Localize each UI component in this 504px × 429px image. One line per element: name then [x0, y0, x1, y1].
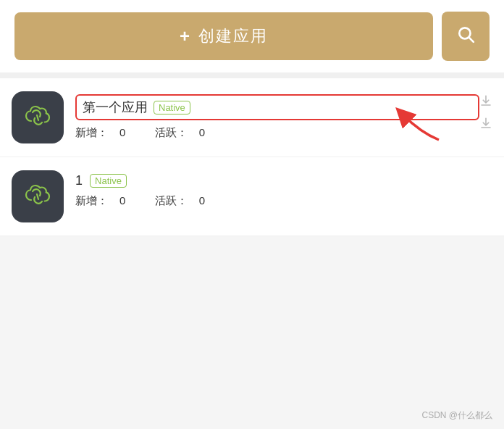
app-list: 第一个应用 Native 新增： 0 活跃： 0: [0, 78, 504, 236]
native-badge-2: Native: [90, 174, 127, 188]
svg-line-1: [469, 38, 474, 42]
toolbar: + 创建应用: [0, 0, 504, 72]
download-icon-1[interactable]: [479, 94, 492, 111]
svg-line-6: [37, 194, 38, 199]
app-item-1[interactable]: 第一个应用 Native 新增： 0 活跃： 0: [0, 78, 504, 157]
new-label-2: 新增：: [75, 194, 108, 208]
active-label-1: 活跃：: [155, 126, 188, 140]
active-label-2: 活跃：: [155, 194, 188, 208]
create-app-button[interactable]: + 创建应用: [14, 12, 433, 60]
app-info-1: 第一个应用 Native 新增： 0 活跃： 0: [75, 91, 479, 140]
app-name-row-2: 1 Native: [75, 173, 492, 188]
app-info-2: 1 Native 新增： 0 活跃： 0: [75, 170, 492, 208]
native-badge-1: Native: [154, 101, 190, 114]
action-icons-1: [479, 91, 492, 133]
app-name-2: 1: [75, 173, 83, 188]
active-value-1: 0: [199, 126, 205, 140]
active-value-2: 0: [199, 194, 205, 208]
app-icon-2: [12, 170, 64, 222]
watermark: CSDN @什么都么: [421, 409, 492, 422]
search-icon: [456, 25, 475, 48]
new-value-1: 0: [119, 126, 125, 140]
create-app-label: 创建应用: [198, 25, 268, 47]
new-value-2: 0: [119, 194, 125, 208]
divider: [0, 72, 504, 78]
app-name-row-1: 第一个应用 Native: [75, 94, 479, 120]
app-stats-1: 新增： 0 活跃： 0: [75, 126, 479, 140]
app-stats-2: 新增： 0 活跃： 0: [75, 194, 492, 208]
app-item-2[interactable]: 1 Native 新增： 0 活跃： 0: [0, 157, 504, 236]
app-icon-1: [12, 91, 64, 143]
download-icon-2[interactable]: [479, 117, 492, 133]
plus-icon: +: [180, 26, 191, 46]
svg-line-2: [37, 115, 38, 120]
app-name-1: 第一个应用: [83, 99, 148, 116]
search-button[interactable]: [442, 12, 490, 61]
new-label-1: 新增：: [75, 126, 108, 140]
